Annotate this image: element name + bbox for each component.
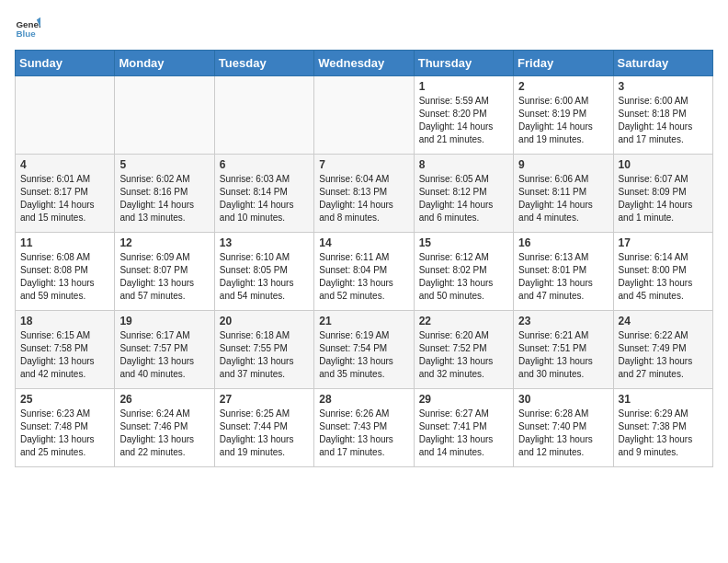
day-info: Sunrise: 6:07 AM Sunset: 8:09 PM Dayligh… <box>619 173 708 224</box>
calendar-cell: 14Sunrise: 6:11 AM Sunset: 8:04 PM Dayli… <box>314 233 414 311</box>
svg-text:Blue: Blue <box>16 29 36 39</box>
day-info: Sunrise: 6:25 AM Sunset: 7:44 PM Dayligh… <box>220 408 309 459</box>
calendar-table: SundayMondayTuesdayWednesdayThursdayFrid… <box>15 50 713 467</box>
calendar-cell: 3Sunrise: 6:00 AM Sunset: 8:18 PM Daylig… <box>613 76 712 155</box>
calendar-cell: 28Sunrise: 6:26 AM Sunset: 7:43 PM Dayli… <box>314 389 414 467</box>
calendar-cell: 25Sunrise: 6:23 AM Sunset: 7:48 PM Dayli… <box>16 389 115 467</box>
calendar-cell: 17Sunrise: 6:14 AM Sunset: 8:00 PM Dayli… <box>613 233 712 311</box>
day-info: Sunrise: 6:04 AM Sunset: 8:13 PM Dayligh… <box>319 173 408 224</box>
day-number: 23 <box>518 315 608 327</box>
logo: General Blue <box>15 15 40 40</box>
day-header-monday: Monday <box>115 51 214 76</box>
day-info: Sunrise: 6:00 AM Sunset: 8:18 PM Dayligh… <box>619 95 708 146</box>
day-number: 15 <box>419 236 508 249</box>
day-info: Sunrise: 6:21 AM Sunset: 7:51 PM Dayligh… <box>518 329 608 381</box>
calendar-cell: 4Sunrise: 6:01 AM Sunset: 8:17 PM Daylig… <box>16 155 115 233</box>
calendar-cell: 15Sunrise: 6:12 AM Sunset: 8:02 PM Dayli… <box>414 233 513 311</box>
day-number: 5 <box>119 158 209 171</box>
calendar-cell: 19Sunrise: 6:17 AM Sunset: 7:57 PM Dayli… <box>115 311 214 389</box>
day-info: Sunrise: 6:20 AM Sunset: 7:52 PM Dayligh… <box>419 329 508 381</box>
calendar-cell: 1Sunrise: 5:59 AM Sunset: 8:20 PM Daylig… <box>414 76 513 155</box>
calendar-cell: 8Sunrise: 6:05 AM Sunset: 8:12 PM Daylig… <box>414 155 513 233</box>
calendar-cell: 23Sunrise: 6:21 AM Sunset: 7:51 PM Dayli… <box>514 311 613 389</box>
day-info: Sunrise: 6:02 AM Sunset: 8:16 PM Dayligh… <box>119 173 209 224</box>
day-header-friday: Friday <box>514 51 613 76</box>
calendar-cell: 2Sunrise: 6:00 AM Sunset: 8:19 PM Daylig… <box>514 76 613 155</box>
day-info: Sunrise: 6:03 AM Sunset: 8:14 PM Dayligh… <box>220 173 309 224</box>
day-number: 26 <box>119 393 209 406</box>
calendar-cell: 5Sunrise: 6:02 AM Sunset: 8:16 PM Daylig… <box>115 155 214 233</box>
calendar-cell <box>314 76 414 155</box>
day-number: 16 <box>518 236 608 249</box>
calendar-week-row: 4Sunrise: 6:01 AM Sunset: 8:17 PM Daylig… <box>16 155 713 233</box>
calendar-week-row: 18Sunrise: 6:15 AM Sunset: 7:58 PM Dayli… <box>16 311 713 389</box>
calendar-cell: 31Sunrise: 6:29 AM Sunset: 7:38 PM Dayli… <box>613 389 712 467</box>
day-number: 1 <box>419 80 508 93</box>
calendar-cell: 9Sunrise: 6:06 AM Sunset: 8:11 PM Daylig… <box>514 155 613 233</box>
day-info: Sunrise: 6:15 AM Sunset: 7:58 PM Dayligh… <box>20 329 109 381</box>
day-header-thursday: Thursday <box>414 51 513 76</box>
day-info: Sunrise: 6:24 AM Sunset: 7:46 PM Dayligh… <box>119 408 209 459</box>
day-number: 17 <box>619 236 708 249</box>
day-header-saturday: Saturday <box>613 51 712 76</box>
day-number: 8 <box>419 158 508 171</box>
day-number: 28 <box>319 393 408 406</box>
day-info: Sunrise: 6:26 AM Sunset: 7:43 PM Dayligh… <box>319 408 408 459</box>
day-number: 21 <box>319 315 408 327</box>
calendar-cell: 6Sunrise: 6:03 AM Sunset: 8:14 PM Daylig… <box>214 155 313 233</box>
day-info: Sunrise: 6:17 AM Sunset: 7:57 PM Dayligh… <box>119 329 209 381</box>
day-info: Sunrise: 6:11 AM Sunset: 8:04 PM Dayligh… <box>319 251 408 303</box>
day-info: Sunrise: 6:29 AM Sunset: 7:38 PM Dayligh… <box>619 408 708 459</box>
day-header-tuesday: Tuesday <box>214 51 313 76</box>
day-info: Sunrise: 6:13 AM Sunset: 8:01 PM Dayligh… <box>518 251 608 303</box>
day-header-sunday: Sunday <box>16 51 115 76</box>
calendar-cell: 21Sunrise: 6:19 AM Sunset: 7:54 PM Dayli… <box>314 311 414 389</box>
day-number: 13 <box>220 236 309 249</box>
calendar-cell <box>214 76 313 155</box>
day-info: Sunrise: 6:08 AM Sunset: 8:08 PM Dayligh… <box>20 251 109 303</box>
day-number: 7 <box>319 158 408 171</box>
day-info: Sunrise: 6:22 AM Sunset: 7:49 PM Dayligh… <box>619 329 708 381</box>
day-header-wednesday: Wednesday <box>314 51 414 76</box>
day-number: 22 <box>419 315 508 327</box>
calendar-cell: 7Sunrise: 6:04 AM Sunset: 8:13 PM Daylig… <box>314 155 414 233</box>
calendar-header-row: SundayMondayTuesdayWednesdayThursdayFrid… <box>16 51 713 76</box>
day-info: Sunrise: 6:14 AM Sunset: 8:00 PM Dayligh… <box>619 251 708 303</box>
day-number: 30 <box>518 393 608 406</box>
calendar-cell: 11Sunrise: 6:08 AM Sunset: 8:08 PM Dayli… <box>16 233 115 311</box>
day-number: 27 <box>220 393 309 406</box>
calendar-cell: 13Sunrise: 6:10 AM Sunset: 8:05 PM Dayli… <box>214 233 313 311</box>
day-info: Sunrise: 6:05 AM Sunset: 8:12 PM Dayligh… <box>419 173 508 224</box>
day-number: 4 <box>20 158 109 171</box>
day-number: 31 <box>619 393 708 406</box>
calendar-cell: 22Sunrise: 6:20 AM Sunset: 7:52 PM Dayli… <box>414 311 513 389</box>
calendar-cell <box>16 76 115 155</box>
day-number: 11 <box>20 236 109 249</box>
calendar-cell: 20Sunrise: 6:18 AM Sunset: 7:55 PM Dayli… <box>214 311 313 389</box>
day-number: 19 <box>119 315 209 327</box>
header: General Blue <box>15 15 713 40</box>
day-number: 10 <box>619 158 708 171</box>
day-info: Sunrise: 6:18 AM Sunset: 7:55 PM Dayligh… <box>220 329 309 381</box>
day-number: 14 <box>319 236 408 249</box>
calendar-week-row: 1Sunrise: 5:59 AM Sunset: 8:20 PM Daylig… <box>16 76 713 155</box>
day-info: Sunrise: 6:09 AM Sunset: 8:07 PM Dayligh… <box>119 251 209 303</box>
day-number: 3 <box>619 80 708 93</box>
day-number: 9 <box>518 158 608 171</box>
day-number: 25 <box>20 393 109 406</box>
day-info: Sunrise: 6:01 AM Sunset: 8:17 PM Dayligh… <box>20 173 109 224</box>
logo-icon: General Blue <box>15 15 40 40</box>
day-number: 18 <box>20 315 109 327</box>
day-info: Sunrise: 6:00 AM Sunset: 8:19 PM Dayligh… <box>518 95 608 146</box>
calendar-cell: 27Sunrise: 6:25 AM Sunset: 7:44 PM Dayli… <box>214 389 313 467</box>
day-info: Sunrise: 6:23 AM Sunset: 7:48 PM Dayligh… <box>20 408 109 459</box>
day-info: Sunrise: 6:19 AM Sunset: 7:54 PM Dayligh… <box>319 329 408 381</box>
calendar-cell: 16Sunrise: 6:13 AM Sunset: 8:01 PM Dayli… <box>514 233 613 311</box>
calendar-cell <box>115 76 214 155</box>
calendar-cell: 18Sunrise: 6:15 AM Sunset: 7:58 PM Dayli… <box>16 311 115 389</box>
day-info: Sunrise: 6:28 AM Sunset: 7:40 PM Dayligh… <box>518 408 608 459</box>
calendar-cell: 10Sunrise: 6:07 AM Sunset: 8:09 PM Dayli… <box>613 155 712 233</box>
day-number: 29 <box>419 393 508 406</box>
calendar-cell: 26Sunrise: 6:24 AM Sunset: 7:46 PM Dayli… <box>115 389 214 467</box>
day-info: Sunrise: 5:59 AM Sunset: 8:20 PM Dayligh… <box>419 95 508 146</box>
